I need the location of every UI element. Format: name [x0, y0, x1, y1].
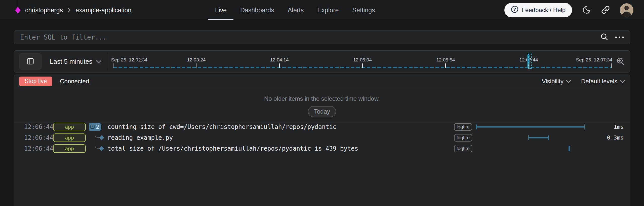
row-timestamp: 12:06:44 [24, 134, 51, 141]
scope-badge[interactable]: app [53, 144, 86, 153]
row-timestamp: 12:06:44 [24, 123, 51, 130]
chevron-down-icon [96, 58, 101, 65]
duration-track [476, 124, 594, 130]
timeline-track[interactable]: Sep 25, 12:02:34 12:03:24 12:04:14 12:05… [112, 51, 612, 72]
more-options-icon[interactable] [615, 37, 624, 38]
timeline-tick [362, 63, 363, 68]
duration-track [476, 134, 594, 141]
tab-live[interactable]: Live [208, 0, 233, 20]
timeline-tick-label: Sep 25, 12:07:34 [576, 57, 613, 63]
timeline-tick [113, 63, 113, 68]
tab-dashboards[interactable]: Dashboards [233, 0, 281, 20]
visibility-dropdown[interactable]: Visibility [542, 78, 571, 85]
breadcrumb-project[interactable]: example-application [75, 7, 131, 14]
main-nav: Live Dashboards Alerts Explore Settings [208, 0, 382, 20]
log-row[interactable]: 12:06:44 app total size of /Users/christ… [14, 143, 630, 154]
time-range-selector[interactable]: Last 5 minutes [50, 58, 101, 65]
connection-status: Connected [60, 78, 89, 85]
feedback-help-button[interactable]: ? Feedback / Help [504, 3, 572, 17]
log-row[interactable]: 12:06:44 app reading example.py logfire … [14, 132, 630, 143]
top-right-actions: ? Feedback / Help [504, 0, 633, 20]
logo-diamond-icon [15, 7, 21, 14]
magnifier-plus-icon [616, 57, 625, 66]
timeline-tick-label: 12:05:54 [436, 57, 455, 63]
question-circle-icon: ? [511, 6, 518, 15]
row-message: total size of /Users/christophersamiulla… [107, 145, 358, 152]
collapse-toggle[interactable]: 2 [89, 123, 101, 131]
row-duration: 0.3ms [598, 134, 624, 141]
log-row[interactable]: 12:06:44 app 2 counting size of cwd=/Use… [14, 121, 630, 132]
chevron-right-icon [67, 7, 71, 13]
scope-badge[interactable]: app [53, 123, 86, 131]
tab-settings[interactable]: Settings [345, 0, 382, 20]
tag-badge-logfire[interactable]: logfire [454, 134, 472, 142]
duration-track [476, 145, 594, 152]
child-count: 2 [96, 124, 99, 130]
row-message: counting size of cwd=/Users/christophers… [107, 123, 336, 130]
empty-window-message: No older items in the selected time wind… [14, 95, 630, 102]
row-timestamp: 12:06:44 [24, 145, 51, 152]
sql-filter-input[interactable] [20, 33, 600, 41]
span-duration-bar [528, 137, 548, 138]
sidebar-toggle-button[interactable] [19, 53, 42, 70]
moon-icon [582, 5, 591, 15]
timeline-tick [196, 63, 196, 68]
log-rows: 12:06:44 app 2 counting size of cwd=/Use… [14, 121, 630, 154]
feedback-help-label: Feedback / Help [521, 7, 566, 14]
stop-live-button[interactable]: Stop live [19, 77, 52, 86]
feed-empty-zone: No older items in the selected time wind… [14, 88, 630, 117]
default-levels-label: Default levels [581, 78, 617, 85]
scope-badge[interactable]: app [53, 133, 86, 142]
tab-explore[interactable]: Explore [311, 0, 346, 20]
today-button[interactable]: Today [308, 106, 336, 117]
breadcrumb-org[interactable]: christophergs [25, 7, 63, 14]
divider [107, 53, 107, 70]
sidebar-left-icon [27, 57, 34, 66]
timeline-tick [445, 63, 446, 68]
svg-text:?: ? [513, 7, 516, 12]
logfire-logo-icon[interactable] [15, 0, 21, 14]
tag-badge-logfire[interactable]: logfire [454, 123, 472, 131]
timeline-zoom-in-button[interactable] [616, 57, 625, 66]
default-levels-dropdown[interactable]: Default levels [581, 78, 625, 85]
page-content: Last 5 minutes Sep 25, 12:02:34 12:03:24… [14, 30, 630, 206]
live-feed-header: Stop live Connected Visibility Default l… [14, 75, 630, 88]
tab-alerts[interactable]: Alerts [281, 0, 311, 20]
timeline-tick-label: 12:03:24 [187, 57, 206, 63]
chevron-down-icon [566, 78, 571, 85]
log-tick-mark [569, 146, 570, 151]
chevron-down-icon [620, 78, 625, 85]
span-diamond-icon [99, 146, 104, 151]
square-minus-icon [90, 125, 95, 129]
timeline-tick-label: 12:04:14 [270, 57, 289, 63]
time-range-label: Last 5 minutes [50, 58, 92, 65]
time-range-bar: Last 5 minutes Sep 25, 12:02:34 12:03:24… [14, 50, 630, 73]
top-navigation-bar: christophergs example-application Live D… [0, 0, 644, 20]
theme-toggle-button[interactable] [582, 5, 591, 15]
timeline-tick [529, 63, 529, 68]
share-link-button[interactable] [601, 6, 610, 15]
tag-badge-logfire[interactable]: logfire [454, 145, 472, 152]
row-message: reading example.py [107, 134, 173, 141]
span-diamond-icon [99, 135, 104, 140]
user-avatar[interactable] [620, 3, 633, 17]
visibility-label: Visibility [542, 78, 564, 85]
timeline-tick [279, 63, 280, 68]
sql-filter-bar [14, 30, 630, 44]
link-icon [601, 6, 610, 15]
search-icon[interactable] [600, 32, 609, 42]
live-feed-panel: Stop live Connected Visibility Default l… [14, 75, 630, 206]
logo-stem [18, 0, 18, 7]
breadcrumb: christophergs example-application [25, 0, 131, 20]
timeline-tick [611, 63, 612, 68]
row-duration: 1ms [598, 124, 624, 130]
span-duration-bar [476, 126, 585, 127]
timeline-tick-label: 12:05:04 [353, 57, 372, 63]
timeline-tick-label: Sep 25, 12:02:34 [111, 57, 147, 63]
